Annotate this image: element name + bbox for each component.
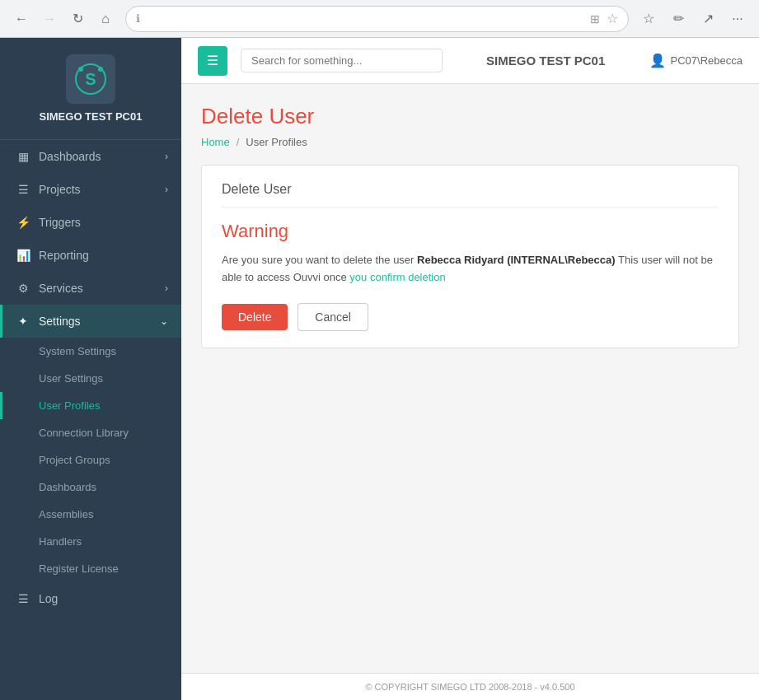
svg-point-3 [98,67,103,72]
sidebar-item-label: Reporting [39,249,168,262]
sub-item-label: Dashboards [39,481,96,493]
warning-username: Rebecca Ridyard (INTERNAL\Rebecca) [417,254,616,266]
sidebar-item-projects[interactable]: ☰ Projects › [0,173,181,206]
sidebar-nav: ▦ Dashboards › ☰ Projects › ⚡ Triggers 📊… [0,140,181,700]
top-bar: ☰ SIMEGO TEST PC01 👤 PC07\Rebecca [181,38,759,84]
log-icon: ☰ [16,592,30,605]
sidebar-sub-dashboards[interactable]: Dashboards [0,474,181,501]
chevron-right-icon: › [165,282,168,294]
info-icon: ℹ [136,12,140,25]
search-input[interactable] [241,49,443,72]
sidebar-item-services[interactable]: ⚙ Services › [0,272,181,305]
sidebar-logo: S SIMEGO TEST PC01 [0,38,181,140]
warning-text: Are you sure you want to delete the user… [222,252,719,287]
sub-item-label: Handlers [39,535,82,548]
bookmark-icon: ☆ [607,11,618,26]
card-title: Delete User [222,182,719,208]
browser-chrome: ← → ↻ ⌂ ℹ ⊞ ☆ ☆ ✏ ↗ ··· [0,0,759,38]
breadcrumb-home[interactable]: Home [201,136,230,148]
logo-svg: S [74,63,107,96]
share-icon[interactable]: ↗ [696,7,719,30]
sidebar-item-reporting[interactable]: 📊 Reporting [0,239,181,272]
breadcrumb-separator: / [237,136,240,148]
footer-text: © COPYRIGHT SIMEGO LTD 2008-2018 - v4.0.… [365,682,574,692]
reporting-icon: 📊 [16,249,30,262]
user-icon: 👤 [649,53,666,68]
sub-item-label: System Settings [39,345,116,357]
page-content: Delete User Home / User Profiles Delete … [181,84,759,673]
browser-nav-buttons: ← → ↻ ⌂ [10,7,117,30]
action-buttons: Delete Cancel [222,303,719,331]
sidebar-item-label: Log [39,592,168,605]
more-icon[interactable]: ··· [726,7,749,30]
sidebar-item-label: Dashboards [39,150,157,163]
svg-point-2 [78,67,83,72]
main-content: ☰ SIMEGO TEST PC01 👤 PC07\Rebecca Delete… [181,38,759,700]
sub-item-label: Assemblies [39,508,93,520]
triggers-icon: ⚡ [16,216,30,229]
sub-item-label: User Settings [39,372,103,385]
hamburger-icon: ☰ [207,53,218,68]
page-title: Delete User [201,104,739,129]
back-button[interactable]: ← [10,7,33,30]
sidebar-item-settings[interactable]: ✦ Settings ⌄ [0,305,181,338]
svg-text:S: S [85,70,96,88]
address-input[interactable] [147,12,583,25]
sidebar: S SIMEGO TEST PC01 ▦ Dashboards › ☰ Proj… [0,38,181,700]
chevron-right-icon: › [165,184,168,195]
browser-toolbar-icons: ☆ ✏ ↗ ··· [637,7,749,30]
dashboards-icon: ▦ [16,150,30,163]
favorites-icon[interactable]: ☆ [637,7,660,30]
sidebar-item-label: Triggers [39,216,168,229]
sidebar-item-log[interactable]: ☰ Log [0,582,181,615]
logo-icon: S [66,54,115,104]
menu-toggle-button[interactable]: ☰ [198,46,227,76]
warning-title: Warning [222,221,719,242]
sub-item-label: User Profiles [39,399,100,412]
services-icon: ⚙ [16,282,30,295]
app-container: S SIMEGO TEST PC01 ▦ Dashboards › ☰ Proj… [0,38,759,700]
pen-icon[interactable]: ✏ [667,7,690,30]
delete-button[interactable]: Delete [222,304,288,330]
sidebar-sub-assemblies[interactable]: Assemblies [0,501,181,528]
cancel-button[interactable]: Cancel [298,303,368,331]
sidebar-sub-project-groups[interactable]: Project Groups [0,446,181,474]
chevron-right-icon: › [165,151,168,162]
sidebar-item-label: Services [39,282,157,295]
delete-user-card: Delete User Warning Are you sure you wan… [201,165,739,348]
user-info: 👤 PC07\Rebecca [649,53,743,68]
address-bar[interactable]: ℹ ⊞ ☆ [125,6,629,32]
sidebar-item-label: Settings [39,315,152,328]
sidebar-sub-user-settings[interactable]: User Settings [0,365,181,392]
projects-icon: ☰ [16,183,30,196]
breadcrumb: Home / User Profiles [201,136,739,148]
sub-item-label: Register License [39,562,119,575]
warning-highlight: you confirm deletion [349,271,445,283]
logo-text: SIMEGO TEST PC01 [16,110,165,123]
sidebar-item-label: Projects [39,183,157,196]
username: PC07\Rebecca [671,54,743,67]
chevron-down-icon: ⌄ [160,315,168,327]
refresh-button[interactable]: ↻ [66,7,89,30]
warning-pre-text: Are you sure you want to delete the user [222,254,417,266]
settings-icon: ✦ [16,315,30,328]
footer: © COPYRIGHT SIMEGO LTD 2008-2018 - v4.0.… [181,673,759,700]
sidebar-sub-register-license[interactable]: Register License [0,555,181,582]
sidebar-sub-system-settings[interactable]: System Settings [0,338,181,365]
sidebar-sub-handlers[interactable]: Handlers [0,528,181,555]
sidebar-sub-user-profiles[interactable]: User Profiles [0,392,181,419]
forward-button[interactable]: → [38,7,61,30]
sub-item-label: Connection Library [39,427,129,439]
reader-icon: ⊞ [590,12,600,26]
home-button[interactable]: ⌂ [94,7,117,30]
breadcrumb-current: User Profiles [246,136,307,148]
sidebar-item-triggers[interactable]: ⚡ Triggers [0,206,181,239]
sidebar-sub-connection-library[interactable]: Connection Library [0,419,181,446]
sub-item-label: Project Groups [39,454,110,466]
sidebar-item-dashboards[interactable]: ▦ Dashboards › [0,140,181,173]
site-name: SIMEGO TEST PC01 [456,54,636,68]
